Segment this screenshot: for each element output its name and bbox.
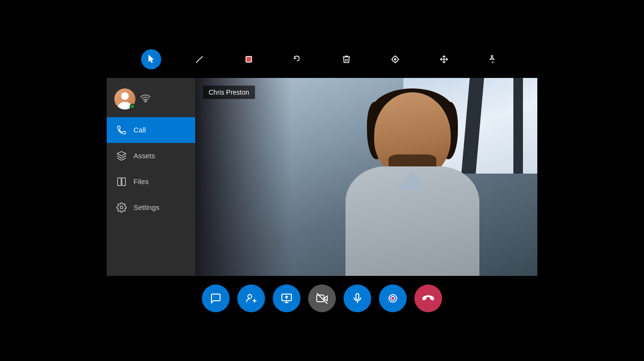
online-status-indicator <box>130 104 135 109</box>
move-button[interactable] <box>434 49 454 69</box>
add-person-button[interactable] <box>237 284 265 312</box>
sidebar-item-files-label: Files <box>133 177 149 186</box>
toolbar <box>107 44 537 78</box>
svg-rect-0 <box>246 56 252 62</box>
sidebar-item-assets-label: Assets <box>133 152 155 160</box>
sidebar-item-call-label: Call <box>133 126 146 134</box>
svg-point-12 <box>248 295 252 298</box>
avatar <box>114 88 135 109</box>
sidebar: Call Assets Files <box>107 78 195 276</box>
svg-point-2 <box>394 58 396 60</box>
video-toggle-button[interactable] <box>308 284 336 312</box>
end-call-button[interactable] <box>414 284 442 312</box>
pin-button[interactable] <box>483 49 503 69</box>
sidebar-item-settings[interactable]: Settings <box>107 195 195 220</box>
delete-button[interactable] <box>336 49 356 69</box>
sidebar-item-call[interactable]: Call <box>107 117 195 143</box>
svg-point-11 <box>120 206 123 209</box>
call-controls <box>107 276 537 317</box>
main-content: Call Assets Files <box>107 78 537 276</box>
caller-name-badge: Chris Preston <box>203 86 255 99</box>
svg-marker-18 <box>324 296 327 301</box>
svg-point-24 <box>391 296 395 300</box>
svg-rect-10 <box>122 177 125 186</box>
screen-share-button[interactable] <box>273 284 300 312</box>
sidebar-item-assets[interactable]: Assets <box>107 143 195 169</box>
mute-button[interactable] <box>344 284 371 312</box>
pen-tool-button[interactable] <box>190 49 210 69</box>
location-button[interactable] <box>385 49 405 69</box>
wifi-icon <box>140 94 151 104</box>
sidebar-item-files[interactable]: Files <box>107 169 195 195</box>
select-tool-button[interactable] <box>141 49 161 69</box>
svg-rect-9 <box>118 177 121 186</box>
svg-rect-21 <box>356 294 359 299</box>
sidebar-item-settings-label: Settings <box>133 203 159 211</box>
chat-button[interactable] <box>202 284 230 312</box>
video-area: Chris Preston <box>195 78 537 276</box>
record-button[interactable] <box>379 284 407 312</box>
sidebar-header <box>107 83 195 117</box>
svg-point-8 <box>145 100 146 102</box>
shape-tool-button[interactable] <box>239 49 259 69</box>
undo-button[interactable] <box>288 49 308 69</box>
